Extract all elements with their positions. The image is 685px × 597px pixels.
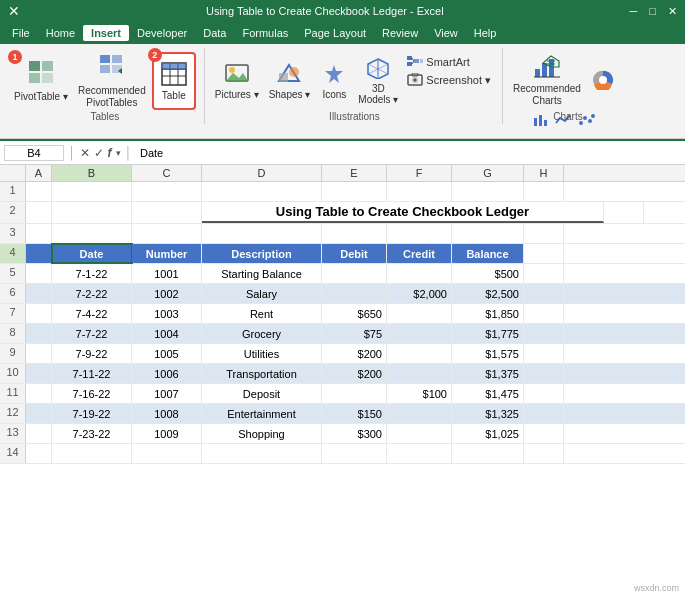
cell-c9[interactable]: 1005 — [132, 344, 202, 363]
cell-c3[interactable] — [132, 224, 202, 243]
cell-g4[interactable]: Balance — [452, 244, 524, 263]
cell-c12[interactable]: 1008 — [132, 404, 202, 423]
cell-b4[interactable]: Date — [52, 244, 132, 263]
formula-expand-icon[interactable]: ▾ — [116, 148, 121, 158]
maximize-btn[interactable]: □ — [649, 5, 656, 18]
cell-h12[interactable] — [524, 404, 564, 423]
cell-g14[interactable] — [452, 444, 524, 463]
cell-b11[interactable]: 7-16-22 — [52, 384, 132, 403]
col-header-c[interactable]: C — [132, 165, 202, 181]
cell-a5[interactable] — [26, 264, 52, 283]
cell-f5[interactable] — [387, 264, 452, 283]
cell-c6[interactable]: 1002 — [132, 284, 202, 303]
cell-c14[interactable] — [132, 444, 202, 463]
cell-h11[interactable] — [524, 384, 564, 403]
menu-review[interactable]: Review — [374, 25, 426, 41]
cell-d4[interactable]: Description — [202, 244, 322, 263]
col-header-a[interactable]: A — [26, 165, 52, 181]
cell-b9[interactable]: 7-9-22 — [52, 344, 132, 363]
cell-h8[interactable] — [524, 324, 564, 343]
cell-e8[interactable]: $75 — [322, 324, 387, 343]
cell-a1[interactable] — [26, 182, 52, 201]
cell-c1[interactable] — [132, 182, 202, 201]
cell-c11[interactable]: 1007 — [132, 384, 202, 403]
cell-e5[interactable] — [322, 264, 387, 283]
cell-a13[interactable] — [26, 424, 52, 443]
cell-h14[interactable] — [524, 444, 564, 463]
cell-c13[interactable]: 1009 — [132, 424, 202, 443]
cell-h10[interactable] — [524, 364, 564, 383]
cell-f7[interactable] — [387, 304, 452, 323]
cell-f13[interactable] — [387, 424, 452, 443]
cell-e1[interactable] — [322, 182, 387, 201]
cell-e10[interactable]: $200 — [322, 364, 387, 383]
close-btn[interactable]: ✕ — [668, 5, 677, 18]
cell-f6[interactable]: $2,000 — [387, 284, 452, 303]
cell-a12[interactable] — [26, 404, 52, 423]
cell-a9[interactable] — [26, 344, 52, 363]
insert-function-icon[interactable]: f — [108, 146, 112, 160]
cell-c7[interactable]: 1003 — [132, 304, 202, 323]
cell-d11[interactable]: Deposit — [202, 384, 322, 403]
cell-b3[interactable] — [52, 224, 132, 243]
cell-d1[interactable] — [202, 182, 322, 201]
cell-e13[interactable]: $300 — [322, 424, 387, 443]
cell-e6[interactable] — [322, 284, 387, 303]
cell-a14[interactable] — [26, 444, 52, 463]
cell-h2[interactable] — [604, 202, 644, 223]
cell-c8[interactable]: 1004 — [132, 324, 202, 343]
cell-c2[interactable] — [132, 202, 202, 223]
cell-f10[interactable] — [387, 364, 452, 383]
menu-file[interactable]: File — [4, 25, 38, 41]
col-header-g[interactable]: G — [452, 165, 524, 181]
cell-d9[interactable]: Utilities — [202, 344, 322, 363]
col-header-h[interactable]: H — [524, 165, 564, 181]
cell-d14[interactable] — [202, 444, 322, 463]
smartart-button[interactable]: SmartArt — [404, 54, 494, 70]
cell-f14[interactable] — [387, 444, 452, 463]
cell-d13[interactable]: Shopping — [202, 424, 322, 443]
formula-input[interactable]: Date — [136, 147, 681, 159]
cancel-formula-icon[interactable]: ✕ — [80, 146, 90, 160]
cell-f8[interactable] — [387, 324, 452, 343]
cell-a11[interactable] — [26, 384, 52, 403]
minimize-btn[interactable]: ─ — [630, 5, 638, 18]
cell-h1[interactable] — [524, 182, 564, 201]
cell-b5[interactable]: 7-1-22 — [52, 264, 132, 283]
shapes-button[interactable]: Shapes ▾ — [265, 52, 315, 110]
cell-a7[interactable] — [26, 304, 52, 323]
cell-g1[interactable] — [452, 182, 524, 201]
cell-b7[interactable]: 7-4-22 — [52, 304, 132, 323]
cell-g6[interactable]: $2,500 — [452, 284, 524, 303]
cell-d8[interactable]: Grocery — [202, 324, 322, 343]
cell-a2[interactable] — [26, 202, 52, 223]
menu-help[interactable]: Help — [466, 25, 505, 41]
cell-d10[interactable]: Transportation — [202, 364, 322, 383]
cell-e3[interactable] — [322, 224, 387, 243]
cell-e4[interactable]: Debit — [322, 244, 387, 263]
cell-b2[interactable] — [52, 202, 132, 223]
3d-models-button[interactable]: 3DModels ▾ — [354, 52, 402, 110]
cell-g13[interactable]: $1,025 — [452, 424, 524, 443]
col-header-b[interactable]: B — [52, 165, 132, 181]
cell-f4[interactable]: Credit — [387, 244, 452, 263]
cell-b8[interactable]: 7-7-22 — [52, 324, 132, 343]
cell-d6[interactable]: Salary — [202, 284, 322, 303]
recommended-charts-button[interactable]: RecommendedCharts — [509, 52, 585, 110]
menu-data[interactable]: Data — [195, 25, 234, 41]
cell-g12[interactable]: $1,325 — [452, 404, 524, 423]
cell-g11[interactable]: $1,475 — [452, 384, 524, 403]
cell-b6[interactable]: 7-2-22 — [52, 284, 132, 303]
cell-c4[interactable]: Number — [132, 244, 202, 263]
cell-c5[interactable]: 1001 — [132, 264, 202, 283]
col-header-d[interactable]: D — [202, 165, 322, 181]
cell-a3[interactable] — [26, 224, 52, 243]
cell-e11[interactable] — [322, 384, 387, 403]
cell-h3[interactable] — [524, 224, 564, 243]
cell-e9[interactable]: $200 — [322, 344, 387, 363]
cell-a10[interactable] — [26, 364, 52, 383]
cell-f11[interactable]: $100 — [387, 384, 452, 403]
menu-view[interactable]: View — [426, 25, 466, 41]
cell-h5[interactable] — [524, 264, 564, 283]
menu-developer[interactable]: Developer — [129, 25, 195, 41]
